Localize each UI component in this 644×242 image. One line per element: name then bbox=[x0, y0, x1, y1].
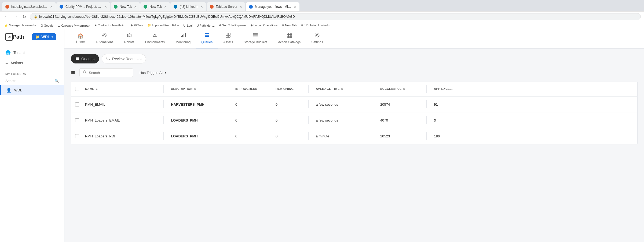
svg-rect-24 bbox=[289, 36, 290, 38]
svg-rect-32 bbox=[72, 71, 73, 74]
browser-tab-4[interactable]: New Tab ✕ bbox=[140, 2, 170, 11]
bookmark-fptrak[interactable]: ⊕ FPTrak bbox=[129, 23, 144, 28]
row2-div-1 bbox=[163, 116, 164, 124]
page-tab-queues[interactable]: Queues bbox=[71, 54, 99, 63]
select-all-checkbox[interactable] bbox=[75, 87, 79, 91]
svg-rect-15 bbox=[226, 35, 228, 37]
tenant-icon: 🌐 bbox=[5, 50, 11, 55]
nav-item-home[interactable]: 🏠 Home bbox=[71, 29, 90, 48]
sidebar-folder-wdl[interactable]: 👤 WDL bbox=[0, 85, 64, 95]
review-requests-tab-label: Review Requests bbox=[112, 57, 141, 61]
svg-point-1 bbox=[103, 33, 106, 37]
row2-checkbox[interactable] bbox=[75, 118, 79, 122]
row1-successful: 20574 bbox=[378, 102, 426, 106]
tab-favicon-3 bbox=[114, 5, 118, 9]
browser-tab-3[interactable]: New Tab ✕ bbox=[111, 2, 140, 11]
sidebar-item-tenant[interactable]: 🌐 Tenant bbox=[0, 47, 64, 58]
bookmark-imported[interactable]: 📁 Imported From Edge bbox=[146, 23, 180, 28]
sidebar-search-input[interactable] bbox=[5, 79, 52, 83]
row2-remaining: 0 bbox=[273, 118, 308, 122]
close-tab-5[interactable]: ✕ bbox=[200, 5, 203, 9]
browser-tab-6[interactable]: Tableau Server ✕ bbox=[207, 2, 245, 11]
nav-item-assets[interactable]: Assets bbox=[218, 29, 238, 48]
row2-average-time: a few seconds bbox=[314, 118, 373, 122]
col-div-6 bbox=[426, 85, 427, 93]
page-tab-review-requests[interactable]: Review Requests bbox=[102, 54, 146, 63]
svg-point-0 bbox=[104, 34, 105, 36]
nav-item-storage-buckets[interactable]: Storage Buckets bbox=[238, 29, 273, 48]
th-name: NAME ▲ bbox=[83, 87, 163, 90]
bookmark-newtab[interactable]: ⊕ New Tab bbox=[281, 23, 298, 28]
tab-favicon-1 bbox=[5, 5, 9, 9]
row1-checkbox[interactable] bbox=[75, 102, 79, 106]
column-filter-icon bbox=[71, 70, 75, 75]
nav-item-action-catalogs[interactable]: Action Catalogs bbox=[273, 29, 306, 48]
storage-buckets-label: Storage Buckets bbox=[244, 40, 267, 44]
row3-div-3 bbox=[268, 132, 268, 140]
row3-checkbox-cell bbox=[71, 134, 83, 138]
sidebar: Ui Path 📁 WDL ▾ 🌐 Tenant ≡ Actions MY FO… bbox=[0, 29, 64, 242]
row2-app-exceptions: 3 bbox=[432, 118, 464, 122]
sidebar-search-icon[interactable]: 🔍 bbox=[54, 79, 59, 83]
row1-div-4 bbox=[308, 100, 309, 108]
sidebar-item-actions[interactable]: ≡ Actions bbox=[0, 58, 64, 68]
th-in-progress: IN PROGRESS bbox=[233, 87, 268, 90]
table-search-input[interactable] bbox=[89, 71, 126, 75]
back-button[interactable]: ← bbox=[3, 14, 10, 20]
browser-tab-1[interactable]: hcpd.login.ca2.oraclecloud... ✕ bbox=[2, 2, 56, 11]
browser-tab-2[interactable]: Clarity PPM :: Project: Prec... ✕ bbox=[56, 2, 110, 11]
row2-div-2 bbox=[228, 116, 228, 124]
name-sort-icon[interactable]: ▲ bbox=[95, 87, 98, 90]
top-nav: 🏠 Home Automations Robots Environments bbox=[64, 29, 644, 49]
desc-sort-icon[interactable]: ⇅ bbox=[194, 87, 196, 90]
row3-checkbox[interactable] bbox=[75, 134, 79, 138]
bookmark-google[interactable]: G Google bbox=[40, 23, 54, 28]
filter-bar: Has Trigger: All ▾ bbox=[71, 68, 638, 77]
bookmark-managed[interactable]: ⭐ Managed bookmarks bbox=[3, 23, 38, 28]
refresh-button[interactable]: ↻ bbox=[21, 14, 27, 20]
nav-item-monitoring[interactable]: Monitoring bbox=[170, 29, 196, 48]
close-tab-3[interactable]: ✕ bbox=[134, 5, 137, 9]
close-tab-6[interactable]: ✕ bbox=[240, 5, 242, 9]
column-filter-button[interactable] bbox=[71, 69, 75, 76]
nav-item-settings[interactable]: Settings bbox=[306, 29, 328, 48]
workspace-selector[interactable]: 📁 WDL ▾ bbox=[32, 33, 56, 40]
logo-area: Ui Path 📁 WDL ▾ bbox=[0, 29, 64, 45]
bookmark-contractor[interactable]: ✦ Contractor Health &... bbox=[93, 23, 127, 28]
row1-div-2 bbox=[228, 100, 228, 108]
has-trigger-filter[interactable]: Has Trigger: All ▾ bbox=[137, 69, 169, 76]
assets-label: Assets bbox=[223, 40, 233, 44]
th-successful: SUCCESSFUL ⇅ bbox=[378, 87, 426, 90]
svg-rect-12 bbox=[205, 36, 209, 37]
forward-button[interactable]: → bbox=[12, 14, 19, 20]
tab-favicon-5 bbox=[174, 5, 177, 9]
close-tab-4[interactable]: ✕ bbox=[164, 5, 167, 9]
svg-rect-6 bbox=[181, 36, 182, 37]
logo-bracket: Ui bbox=[5, 33, 13, 41]
address-bar[interactable]: 🔒 irvdcwin2141.irving.com/queues?tid=3&f… bbox=[30, 13, 641, 20]
environments-label: Environments bbox=[145, 40, 165, 44]
row3-successful: 20523 bbox=[378, 134, 426, 138]
successful-sort-icon[interactable]: ⇅ bbox=[403, 87, 405, 90]
bookmark-jdi[interactable]: ⊕ J.D. Irving Limited - bbox=[300, 23, 331, 28]
close-tab-7[interactable]: ✕ bbox=[294, 5, 296, 9]
browser-tab-7[interactable]: Manage your flows | Mic... ✕ bbox=[246, 2, 299, 11]
bookmark-login-uipath[interactable]: Ui Login - UiPath Iden... bbox=[182, 23, 216, 28]
svg-rect-9 bbox=[185, 33, 186, 37]
nav-item-robots[interactable]: Robots bbox=[119, 29, 140, 48]
bookmark-sumtotal[interactable]: ⊕ SumTotalExpense bbox=[218, 23, 247, 28]
close-tab-1[interactable]: ✕ bbox=[50, 5, 53, 9]
actions-icon: ≡ bbox=[5, 60, 8, 65]
bookmark-multitran[interactable]: Ш Словарь Мультитран bbox=[57, 23, 91, 28]
nav-item-environments[interactable]: Environments bbox=[140, 29, 170, 48]
avg-time-sort-icon[interactable]: ⇅ bbox=[341, 87, 343, 90]
close-tab-2[interactable]: ✕ bbox=[104, 5, 107, 9]
col-div-3 bbox=[268, 85, 268, 93]
action-catalogs-label: Action Catalogs bbox=[278, 40, 301, 44]
browser-tab-5[interactable]: (48) LinkedIn ✕ bbox=[170, 2, 206, 11]
nav-item-queues[interactable]: Queues bbox=[196, 29, 218, 48]
nav-item-automations[interactable]: Automations bbox=[90, 29, 119, 48]
queue-table: NAME ▲ DESCRIPTION ⇅ IN PROGRESS REMAINI… bbox=[71, 81, 638, 144]
bookmark-login-ops[interactable]: ⊕ Login | Operations bbox=[249, 23, 279, 28]
row3-name: PMH_Loaders_PDF bbox=[83, 134, 163, 138]
